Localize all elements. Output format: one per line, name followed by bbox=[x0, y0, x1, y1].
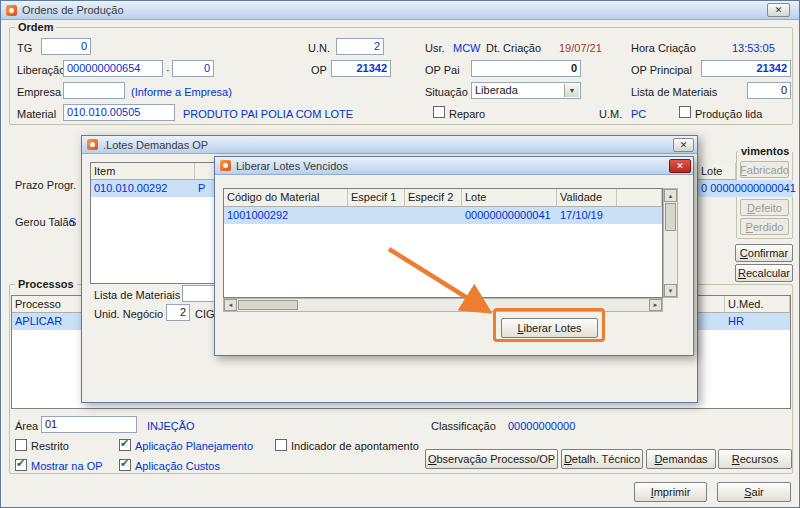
especif1-cell bbox=[348, 207, 405, 224]
close-icon[interactable]: ✕ bbox=[669, 159, 691, 173]
defeito-button[interactable]: Defeito bbox=[740, 199, 789, 216]
lotes-demandas-titlebar[interactable]: .Lotes Demandas OP bbox=[82, 136, 697, 154]
close-icon[interactable]: ✕ bbox=[767, 3, 790, 17]
close-icon[interactable]: ✕ bbox=[673, 138, 694, 152]
unid-negocio-field[interactable]: 2 bbox=[166, 304, 190, 321]
liberacao-separator: · bbox=[166, 64, 170, 76]
lote-cell: 00000000000041 bbox=[462, 207, 557, 224]
scrollbar-thumb[interactable] bbox=[665, 203, 676, 231]
mostrar-na-op-checkbox[interactable]: ✔ bbox=[15, 459, 27, 471]
liberacao-field[interactable]: 000000000654 bbox=[63, 60, 163, 77]
classificacao-label: Classificação bbox=[431, 420, 496, 432]
op-field[interactable]: 21342 bbox=[331, 60, 391, 77]
perdido-button[interactable]: Perdido bbox=[740, 218, 789, 235]
annotation-arrow bbox=[381, 241, 511, 331]
hora-criacao-label: Hora Criação bbox=[631, 42, 696, 54]
lote-cell[interactable]: 0 00000000000041 bbox=[698, 180, 793, 197]
lista-materiais-dialog-field[interactable] bbox=[182, 285, 218, 302]
sair-button[interactable]: Sair bbox=[717, 482, 791, 502]
gerou-talao-value: S bbox=[69, 216, 76, 228]
scroll-down-icon[interactable]: ▼ bbox=[664, 284, 677, 297]
situacao-label: Situação bbox=[425, 86, 468, 98]
lote-column-header[interactable]: Lote bbox=[698, 163, 736, 180]
informe-empresa-link[interactable]: (Informe a Empresa) bbox=[131, 86, 232, 98]
item-column-header[interactable]: Item bbox=[91, 163, 195, 180]
area-label: Área bbox=[15, 420, 38, 432]
scroll-up-icon[interactable]: ▲ bbox=[664, 189, 677, 202]
fabricado-button[interactable]: Fabricado bbox=[740, 161, 789, 178]
restrito-checkbox[interactable] bbox=[15, 439, 27, 451]
aplicacao-planejamento-checkbox[interactable]: ✔ bbox=[119, 439, 131, 451]
lista-materiais-field[interactable]: 0 bbox=[747, 82, 791, 99]
especif1-column-header[interactable]: Especif 1 bbox=[348, 189, 405, 207]
situacao-select[interactable]: Liberada ▼ bbox=[471, 82, 581, 99]
lista-materiais-label: Lista de Materiais bbox=[631, 86, 717, 98]
codigo-material-cell: 1001000292 bbox=[224, 207, 348, 224]
indicador-apontamento-label: Indicador de apontamento bbox=[291, 440, 419, 452]
empresa-field[interactable] bbox=[63, 82, 125, 99]
tg-label: TG bbox=[17, 42, 32, 54]
op-pai-field[interactable]: 0 bbox=[471, 60, 581, 77]
ordens-producao-window: Ordens de Produção ✕ Ordem TG 0 U.N. 2 U… bbox=[0, 0, 800, 508]
gerou-talao-label: Gerou Talão bbox=[15, 216, 75, 228]
recursos-button[interactable]: Recursos bbox=[718, 449, 792, 469]
imprimir-button[interactable]: Imprimir bbox=[634, 482, 707, 502]
observacao-processo-op-button[interactable]: Observação Processo/OP bbox=[425, 449, 558, 469]
liberacao-seq-field[interactable]: 0 bbox=[172, 60, 214, 77]
empresa-label: Empresa bbox=[17, 86, 61, 98]
aplicacao-planejamento-label: Aplicação Planejamento bbox=[135, 440, 253, 452]
item-cell: 010.010.00292 bbox=[91, 180, 195, 197]
dt-criacao-label: Dt. Criação bbox=[486, 42, 541, 54]
codigo-material-column-header[interactable]: Código do Material bbox=[224, 189, 348, 207]
liberar-lotes-titlebar[interactable]: Liberar Lotes Vencidos bbox=[215, 157, 693, 175]
scroll-left-icon[interactable]: ◄ bbox=[224, 299, 237, 311]
area-field[interactable]: 01 bbox=[41, 416, 137, 433]
reparo-checkbox[interactable] bbox=[433, 106, 445, 118]
vertical-scrollbar[interactable]: ▲ ▼ bbox=[663, 188, 678, 298]
usr-label: Usr. bbox=[425, 42, 445, 54]
classificacao-value: 00000000000 bbox=[508, 420, 575, 432]
aplicacao-custos-checkbox[interactable]: ✔ bbox=[119, 459, 131, 471]
detalhe-tecnico-button[interactable]: Detalh. Técnico bbox=[561, 449, 643, 469]
unid-negocio-label: Unid. Negócio bbox=[94, 308, 163, 320]
prazo-progr-label: Prazo Progr. bbox=[15, 179, 76, 191]
tg-field[interactable]: 0 bbox=[41, 38, 91, 55]
check-icon: ✔ bbox=[16, 457, 25, 469]
um-label: U.M. bbox=[599, 108, 622, 120]
check-icon: ✔ bbox=[120, 457, 129, 469]
material-desc: PRODUTO PAI POLIA COM LOTE bbox=[183, 108, 353, 120]
op-principal-label: OP Principal bbox=[631, 64, 692, 76]
especif2-column-header[interactable]: Especif 2 bbox=[405, 189, 462, 207]
liberar-lotes-title: Liberar Lotes Vencidos bbox=[236, 160, 348, 172]
reparo-label: Reparo bbox=[449, 108, 485, 120]
situacao-value: Liberada bbox=[475, 84, 518, 96]
scrollbar-thumb[interactable] bbox=[238, 300, 298, 310]
app-icon bbox=[220, 160, 231, 171]
check-icon: ✔ bbox=[120, 437, 129, 449]
material-field[interactable]: 010.010.00505 bbox=[63, 104, 175, 121]
lote-column-header[interactable]: Lote bbox=[462, 189, 557, 207]
lotes-demandas-title: .Lotes Demandas OP bbox=[103, 139, 208, 151]
lista-materiais-dialog-label: Lista de Materiais bbox=[94, 289, 180, 301]
recalcular-button[interactable]: Recalcular bbox=[735, 264, 793, 282]
umed-column-header[interactable]: U.Med. bbox=[725, 296, 790, 313]
un-field[interactable]: 2 bbox=[336, 38, 384, 55]
validade-column-header[interactable]: Validade bbox=[557, 189, 617, 207]
empty-column-header[interactable] bbox=[617, 189, 662, 207]
app-icon bbox=[87, 139, 98, 150]
especif2-cell bbox=[405, 207, 462, 224]
confirmar-button[interactable]: Confirmar bbox=[735, 244, 793, 262]
demandas-button[interactable]: Demandas bbox=[646, 449, 716, 469]
producao-lida-checkbox[interactable] bbox=[679, 106, 691, 118]
chevron-down-icon[interactable]: ▼ bbox=[564, 84, 579, 97]
liberar-lotes-row[interactable]: 1001000292 00000000000041 17/10/19 bbox=[224, 207, 662, 224]
producao-lida-label: Produção lida bbox=[695, 108, 762, 120]
umed-cell: HR bbox=[725, 313, 790, 330]
validade-cell: 17/10/19 bbox=[557, 207, 627, 224]
scroll-right-icon[interactable]: ► bbox=[649, 299, 662, 311]
op-principal-field[interactable]: 21342 bbox=[701, 60, 791, 77]
area-desc: INJEÇÃO bbox=[147, 420, 195, 432]
liberacao-label: Liberação bbox=[17, 64, 65, 76]
indicador-apontamento-checkbox[interactable] bbox=[275, 439, 287, 451]
main-titlebar[interactable]: Ordens de Produção bbox=[1, 1, 799, 20]
